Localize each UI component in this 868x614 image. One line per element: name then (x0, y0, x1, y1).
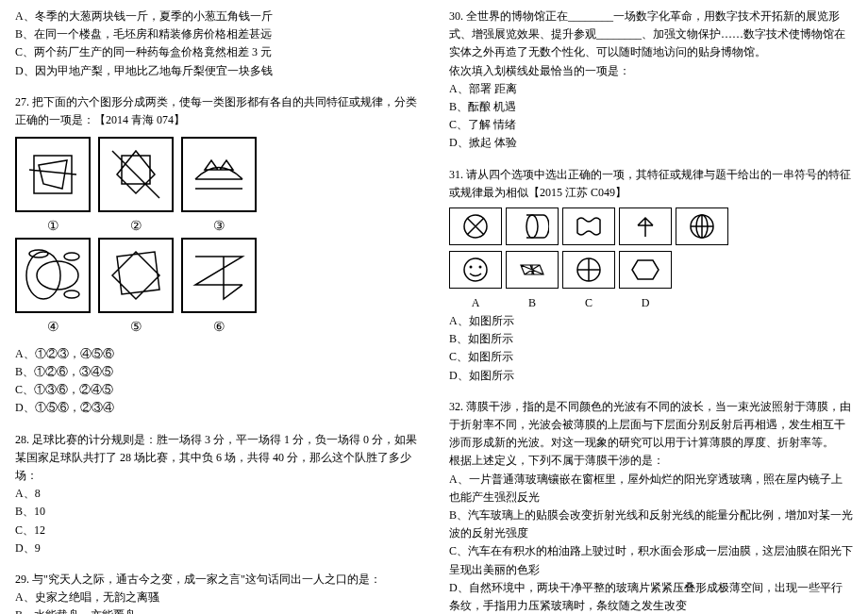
q30-stem: 30. 全世界的博物馆正在________一场数字化革命，用数字技术开拓新的展览… (449, 8, 853, 62)
q27-figures: ① ② ③ ④ ⑤ ⑥ (15, 137, 419, 338)
q28-opt-b: B、10 (15, 503, 419, 521)
q32-stem: 32. 薄膜干涉，指的是不同颜色的光波有不同的波长，当一束光波照射于薄膜，由于折… (449, 398, 853, 453)
q29-opt-a: A、史家之绝唱，无韵之离骚 (15, 589, 419, 606)
q31-opt-b: B、如图所示 (449, 330, 853, 348)
svg-point-1 (37, 261, 78, 290)
q31: 31. 请从四个选项中选出正确的一项，其特征或规律与题干给出的一串符号的特征或规… (449, 166, 853, 385)
q32-opt-c: C、汽车在有积水的柏油路上驶过时，积水面会形成一层油膜，这层油膜在阳光下呈现出美… (449, 542, 853, 578)
q31-answer-figures (449, 251, 853, 289)
q29: 29. 与"究天人之际，通古今之变，成一家之言"这句话同出一人之口的是： A、史… (15, 571, 419, 614)
q31-stem-fig-4 (619, 207, 672, 245)
q31-stem-fig-3 (562, 207, 615, 245)
q27-fig-1 (15, 137, 91, 212)
q27-label-4: ④ (15, 317, 91, 338)
q31-opt-c: C、如图所示 (449, 348, 853, 366)
svg-point-2 (29, 250, 48, 257)
q27-opt-b: B、①②⑥，③④⑤ (15, 363, 419, 381)
svg-point-9 (464, 258, 487, 281)
q27-fig-5 (98, 238, 174, 313)
q31-opt-d: D、如图所示 (449, 367, 853, 385)
q26-opt-d: D、因为甲地产梨，甲地比乙地每斤梨便宜一块多钱 (15, 62, 419, 80)
q31-ans-b (506, 251, 559, 289)
q27-label-1: ① (15, 216, 91, 237)
q26-opt-c: C、两个药厂生产的同一种药每盒价格竟然相差 3 元 (15, 43, 419, 61)
q31-label-d: D (619, 294, 672, 312)
q32-opt-a: A、一片普通薄玻璃镶嵌在窗框里，屋外灿烂的阳光穿透玻璃，照在屋内镜子上也能产生强… (449, 471, 853, 506)
q30-opt-a: A、部署 距离 (449, 80, 853, 98)
q31-stem-fig-2 (506, 207, 559, 245)
q26-opt-b: B、在同一个楼盘，毛坯房和精装修房价格相差甚远 (15, 25, 419, 43)
q27-fig-4 (15, 238, 91, 313)
q31-stem-fig-1 (449, 207, 502, 245)
q28-stem: 28. 足球比赛的计分规则是：胜一场得 3 分，平一场得 1 分，负一场得 0 … (15, 431, 419, 486)
q28-opt-d: D、9 (15, 539, 419, 557)
q30-prompt: 依次填入划横线处最恰当的一项是： (449, 62, 853, 80)
svg-point-4 (64, 290, 79, 298)
q31-opt-a: A、如图所示 (449, 312, 853, 330)
q31-ans-d (619, 251, 672, 289)
q27-opt-d: D、①⑤⑥，②③④ (15, 399, 419, 417)
q31-ans-a (449, 251, 502, 289)
q30-opt-c: C、了解 情绪 (449, 116, 853, 134)
q30-opt-b: B、酝酿 机遇 (449, 98, 853, 116)
q29-opt-b: B、水能载舟，亦能覆舟 (15, 606, 419, 614)
q31-stem: 31. 请从四个选项中选出正确的一项，其特征或规律与题干给出的一串符号的特征或规… (449, 166, 853, 202)
q27-label-2: ② (98, 216, 174, 237)
q27-fig-2 (98, 137, 174, 212)
q27-label-5: ⑤ (98, 317, 174, 338)
svg-point-3 (64, 253, 79, 260)
q28-opt-a: A、8 (15, 485, 419, 503)
svg-point-10 (470, 265, 473, 268)
q32-opt-d: D、自然环境中，两块干净平整的玻璃片紧紧压叠形成极薄空间，出现一些平行条纹，手指… (449, 579, 853, 614)
q32: 32. 薄膜干涉，指的是不同颜色的光波有不同的波长，当一束光波照射于薄膜，由于折… (449, 398, 853, 614)
q31-stem-fig-5 (676, 207, 728, 245)
right-column: 30. 全世界的博物馆正在________一场数字化革命，用数字技术开拓新的展览… (434, 0, 868, 614)
q27-label-3: ③ (181, 216, 257, 237)
q26-opt-a: A、冬季的大葱两块钱一斤，夏季的小葱五角钱一斤 (15, 8, 419, 25)
q32-prompt: 根据上述定义，下列不属于薄膜干涉的是： (449, 452, 853, 470)
q31-ans-c (562, 251, 615, 289)
q27-opt-a: A、①②③，④⑤⑥ (15, 345, 419, 363)
q28: 28. 足球比赛的计分规则是：胜一场得 3 分，平一场得 1 分，负一场得 0 … (15, 431, 419, 557)
svg-point-6 (526, 215, 538, 238)
q27-fig-6 (181, 238, 257, 313)
svg-point-0 (26, 252, 60, 299)
q31-label-b: B (506, 294, 559, 312)
left-column: A、冬季的大葱两块钱一斤，夏季的小葱五角钱一斤 B、在同一个楼盘，毛坯房和精装修… (0, 0, 434, 614)
q27-stem: 27. 把下面的六个图形分成两类，使每一类图形都有各自的共同特征或规律，分类正确… (15, 93, 419, 129)
q31-stem-figures (449, 207, 853, 245)
q27-fig-3 (181, 137, 257, 212)
q28-opt-c: C、12 (15, 522, 419, 539)
q31-label-c: C (562, 294, 615, 312)
q31-label-a: A (449, 294, 502, 312)
q27-label-6: ⑥ (181, 317, 257, 338)
q30-opt-d: D、掀起 体验 (449, 134, 853, 152)
q27-opt-c: C、①③⑥，②④⑤ (15, 381, 419, 399)
q30: 30. 全世界的博物馆正在________一场数字化革命，用数字技术开拓新的展览… (449, 8, 853, 153)
svg-point-11 (479, 265, 482, 268)
q27: 27. 把下面的六个图形分成两类，使每一类图形都有各自的共同特征或规律，分类正确… (15, 93, 419, 418)
q29-stem: 29. 与"究天人之际，通古今之变，成一家之言"这句话同出一人之口的是： (15, 571, 419, 589)
q26-options: A、冬季的大葱两块钱一斤，夏季的小葱五角钱一斤 B、在同一个楼盘，毛坯房和精装修… (15, 8, 419, 80)
q32-opt-b: B、汽车玻璃上的贴膜会改变折射光线和反射光线的能量分配比例，增加对某一光波的反射… (449, 506, 853, 542)
